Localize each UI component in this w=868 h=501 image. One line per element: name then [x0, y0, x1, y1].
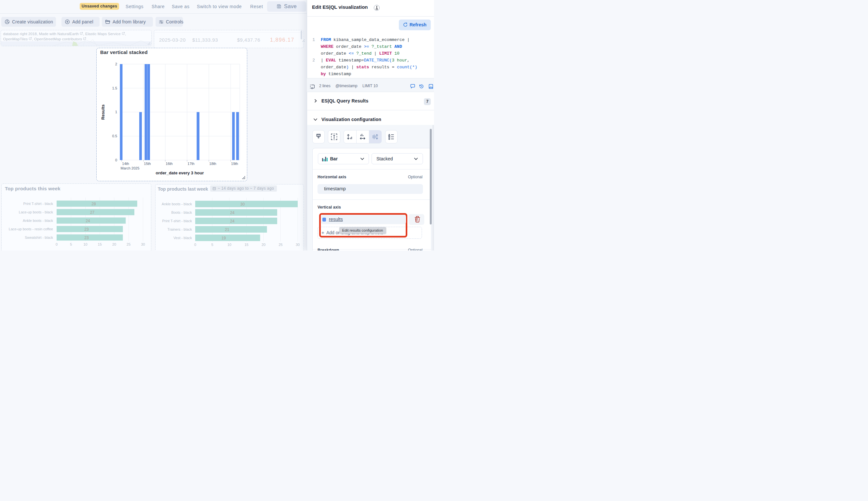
svg-text:Trainers - black: Trainers - black	[168, 227, 192, 231]
svg-text:23: 23	[84, 227, 89, 232]
svg-text:19th: 19th	[231, 162, 238, 166]
svg-text:10: 10	[227, 243, 231, 247]
svg-text:Lace-up boots - resin coffee: Lace-up boots - resin coffee	[9, 227, 53, 231]
svg-text:20: 20	[261, 243, 266, 247]
svg-text:15th: 15th	[144, 162, 151, 166]
svg-text:0: 0	[115, 158, 117, 162]
svg-text:Print T-shirt - black: Print T-shirt - black	[162, 219, 192, 223]
svg-text:Sweatshirt - black: Sweatshirt - black	[25, 236, 53, 239]
svg-text:5: 5	[211, 243, 213, 247]
svg-text:Ankle boots - black: Ankle boots - black	[23, 218, 53, 223]
svg-text:10: 10	[83, 242, 87, 246]
svg-text:30: 30	[141, 242, 145, 246]
svg-text:30: 30	[296, 243, 300, 247]
svg-text:20: 20	[112, 242, 116, 246]
svg-text:Ankle boots - black: Ankle boots - black	[162, 202, 192, 206]
svg-text:Vest - black: Vest - black	[173, 236, 192, 240]
svg-text:24: 24	[86, 218, 90, 223]
svg-text:25: 25	[127, 242, 130, 246]
svg-text:Boots - black: Boots - black	[171, 211, 192, 214]
svg-text:March 2025: March 2025	[121, 166, 140, 170]
svg-text:15: 15	[244, 243, 248, 247]
svg-text:Lace-up boots - black: Lace-up boots - black	[19, 210, 53, 214]
svg-text:0: 0	[194, 243, 196, 247]
svg-text:5: 5	[70, 242, 72, 246]
svg-text:16th: 16th	[165, 162, 172, 166]
svg-text:Print T-shirt - black: Print T-shirt - black	[23, 202, 53, 206]
svg-text:15: 15	[98, 242, 102, 246]
svg-text:1: 1	[115, 110, 117, 114]
svg-text:0.5: 0.5	[112, 134, 117, 138]
svg-text:23: 23	[84, 236, 89, 240]
svg-text:14th: 14th	[122, 162, 129, 166]
svg-text:28: 28	[92, 202, 96, 206]
svg-text:21: 21	[225, 227, 229, 232]
svg-text:19: 19	[222, 236, 226, 241]
svg-text:2: 2	[115, 62, 117, 66]
svg-text:18th: 18th	[209, 162, 216, 166]
svg-text:30: 30	[240, 202, 245, 206]
svg-text:17th: 17th	[187, 162, 194, 166]
svg-text:24: 24	[230, 211, 235, 215]
svg-text:0: 0	[56, 242, 57, 246]
svg-text:24: 24	[230, 219, 235, 224]
svg-text:order_date every 3 hour: order_date every 3 hour	[156, 170, 204, 175]
svg-text:27: 27	[90, 210, 95, 215]
svg-text:1.5: 1.5	[112, 86, 117, 90]
svg-text:25: 25	[278, 243, 282, 247]
svg-text:Results: Results	[100, 104, 105, 120]
